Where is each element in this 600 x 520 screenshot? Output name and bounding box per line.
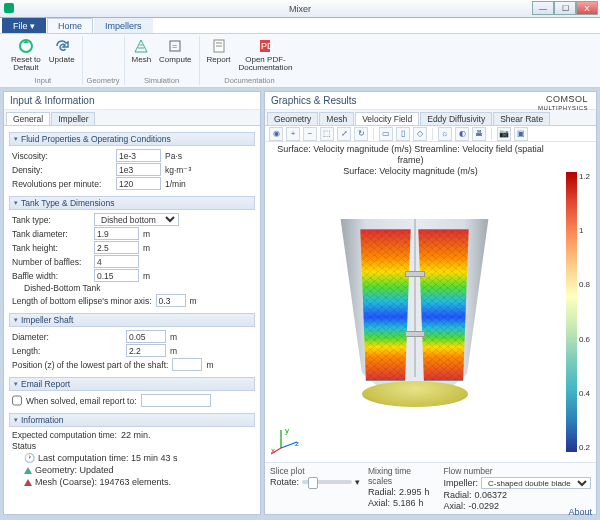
section-info[interactable]: Information [9,413,255,427]
flow-radial-value: 0.06372 [475,490,508,500]
rpm-unit: 1/min [165,179,186,189]
minimize-button[interactable]: — [532,1,554,15]
last-computation: Last computation time: 15 min 43 s [38,453,178,463]
flow-number-label: Flow number [443,466,591,476]
viscosity-input[interactable] [116,149,161,162]
subtab-impeller[interactable]: Impeller [51,112,95,125]
baffle-width-label: Baffle width: [12,271,90,281]
snapshot-icon[interactable]: 📷 [497,127,511,141]
ellipse-label: Length of bottom ellipse's minor axis: [12,296,152,306]
rpm-input[interactable] [116,177,161,190]
tank-visualization [320,211,510,411]
zoom-box-icon[interactable]: ⬚ [320,127,334,141]
shaft-diameter-input[interactable] [126,330,166,343]
geometry-status: Geometry: Updated [35,465,114,475]
tank-diameter-input[interactable] [94,227,139,240]
maximize-button[interactable]: ☐ [554,1,576,15]
tank-type-select[interactable]: Dished bottom [94,213,179,226]
titlebar: Mixer — ☐ X [0,0,600,18]
mesh-status-icon [24,479,32,486]
dished-bottom-label: Dished-Bottom Tank [24,283,100,293]
reset-to-default-button[interactable]: Reset to Default [8,36,44,73]
plot-area[interactable]: Surface: Velocity magnitude (m/s) Stream… [265,142,596,462]
ellipse-input[interactable] [156,294,186,307]
graphics-subtabs: Geometry Mesh Velocity Field Eddy Diffus… [265,110,596,126]
axial-value: 5.186 [393,498,416,508]
shaft-posz-label: Position (z) of the lowest part of the s… [12,360,168,370]
subtab-general[interactable]: General [6,112,50,125]
axes-triad: yzx [271,426,301,456]
flow-axial-value: -0.0292 [469,501,500,511]
density-input[interactable] [116,163,161,176]
app-icon [4,3,14,13]
density-label: Density: [12,165,112,175]
open-pdf-button[interactable]: PDF Open PDF- Documentation [236,36,296,73]
section-fluid[interactable]: Fluid Properties & Operating Conditions [9,132,255,146]
rotate-icon[interactable]: ↻ [354,127,368,141]
email-label: When solved, email report to: [26,396,137,406]
shaft-length-input[interactable] [126,344,166,357]
zoom-extents-icon[interactable]: ⤢ [337,127,351,141]
rotate-slider[interactable] [302,480,352,484]
pdf-icon: PDF [256,37,274,55]
tab-file[interactable]: File ▾ [2,18,46,33]
zoom-out-icon[interactable]: − [303,127,317,141]
close-button[interactable]: X [576,1,598,15]
graphics-toolbar: ◉ + − ⬚ ⤢ ↻ ▭ ▯ ◇ ☼ ◐ 🖶 📷 ▣ [265,126,596,142]
zoom-in-icon[interactable]: + [286,127,300,141]
mesh-button[interactable]: Mesh [129,36,155,65]
window-buttons: — ☐ X [532,1,598,15]
about-link[interactable]: About [568,507,592,517]
light-icon[interactable]: ☼ [438,127,452,141]
section-shaft[interactable]: Impeller Shaft [9,313,255,327]
tank-height-input[interactable] [94,241,139,254]
brand-logo: COMSOLMULTIPHYSICS [538,94,588,111]
gtab-velocity[interactable]: Velocity Field [355,112,419,125]
view-xy-icon[interactable]: ▭ [379,127,393,141]
impeller-select[interactable]: C-shaped double blade 1 [481,477,591,489]
reset-icon [17,37,35,55]
baffle-width-input[interactable] [94,269,139,282]
section-email[interactable]: Email Report [9,377,255,391]
email-input[interactable] [141,394,211,407]
transparency-icon[interactable]: ◐ [455,127,469,141]
colorbar: 1.2 1 0.8 0.6 0.4 0.2 [566,172,590,452]
input-panel-title: Input & Information [4,92,260,110]
select-icon[interactable]: ▣ [514,127,528,141]
email-checkbox[interactable] [12,394,22,407]
tab-impellers[interactable]: Impellers [94,18,153,33]
tank-diameter-label: Tank diameter: [12,229,90,239]
plot-icon[interactable]: ◉ [269,127,283,141]
view-yz-icon[interactable]: ▯ [396,127,410,141]
status-label: Status [12,441,36,451]
mixing-time-label: Mixing time scales [368,466,435,486]
baffles-label: Number of baffles: [12,257,90,267]
report-button[interactable]: Report [204,36,234,73]
radial-value: 2.995 [399,487,422,497]
window-title: Mixer [289,4,311,14]
update-button[interactable]: Update [46,36,78,73]
print-icon[interactable]: 🖶 [472,127,486,141]
section-tank[interactable]: Tank Type & Dimensions [9,196,255,210]
view-xz-icon[interactable]: ◇ [413,127,427,141]
gtab-geometry[interactable]: Geometry [267,112,318,125]
slice-plot-label: Slice plot [270,466,360,476]
expected-time-label: Expected computation time: [12,430,117,440]
report-icon [210,37,228,55]
slider-down-icon[interactable]: ▾ [355,477,360,487]
gtab-eddy[interactable]: Eddy Diffusivity [420,112,492,125]
tab-home[interactable]: Home [47,18,93,33]
graphics-panel: Graphics & Results COMSOLMULTIPHYSICS Ge… [264,91,597,515]
gtab-mesh[interactable]: Mesh [319,112,354,125]
rotate-label: Rotate: [270,477,299,487]
shaft-posz-input[interactable] [172,358,202,371]
compute-button[interactable]: = Compute [156,36,194,65]
input-panel-body: Fluid Properties & Operating Conditions … [4,126,260,514]
ribbon-group-documentation: Report PDF Open PDF- Documentation Docum… [200,36,300,85]
svg-text:=: = [172,41,177,51]
input-panel: Input & Information General Impeller Flu… [3,91,261,515]
baffles-input[interactable] [94,255,139,268]
gtab-shear[interactable]: Shear Rate [493,112,550,125]
ribbon: Reset to Default Update Input Geometry M… [0,34,600,88]
tank-type-label: Tank type: [12,215,90,225]
